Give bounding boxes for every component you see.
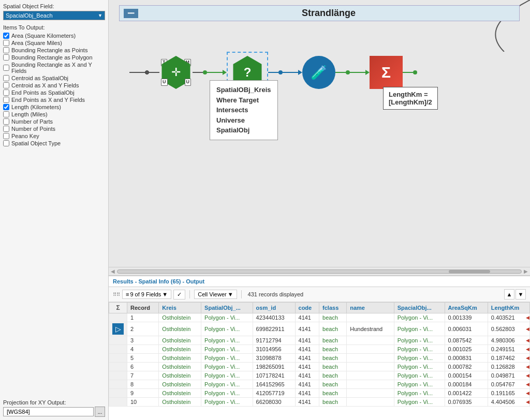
checkbox-label-0: Area (Square Kilometers) bbox=[11, 33, 76, 39]
cell-record: 2 bbox=[127, 322, 159, 336]
table-row[interactable]: 5OstholsteinPolygon - Vi...310988784141b… bbox=[109, 354, 530, 363]
checkbox-item-9[interactable]: Length (Kilometers) bbox=[3, 104, 105, 110]
results-panel: Results - Spatial Info (65) - Output ⠿⠿ … bbox=[109, 275, 530, 420]
cell-area: 0.001339 bbox=[445, 313, 488, 322]
cell-kreis: Ostholstein bbox=[159, 345, 201, 354]
checkbox-item-12[interactable]: Number of Points bbox=[3, 126, 105, 132]
cell-fclass: beach bbox=[319, 363, 347, 371]
cell-spatialobj: Polygon - Vi... bbox=[201, 380, 253, 389]
checkbox-item-4[interactable]: Bounding Rectangle as X and Y Fields bbox=[3, 62, 105, 74]
connector-start bbox=[129, 70, 159, 74]
sum-node[interactable]: Σ bbox=[370, 56, 403, 89]
checkbox-2[interactable] bbox=[3, 47, 9, 53]
cell-kreis: Ostholstein bbox=[159, 322, 201, 336]
connector-3 bbox=[268, 70, 302, 75]
results-table: Σ Record Kreis SpatialObj_... osm_id cod… bbox=[109, 302, 530, 407]
checkbox-3[interactable] bbox=[3, 54, 9, 61]
table-row[interactable]: 7OstholsteinPolygon - Vi...1071782414141… bbox=[109, 371, 530, 380]
checkbox-item-6[interactable]: Centroid as X and Y Fields bbox=[3, 82, 105, 88]
scroll-track[interactable] bbox=[117, 269, 522, 274]
checkbox-8[interactable] bbox=[3, 97, 9, 103]
transform-node-wrapper[interactable]: T M ✛ U U bbox=[159, 56, 193, 89]
checkbox-1[interactable] bbox=[3, 40, 9, 46]
checkbox-item-2[interactable]: Bounding Rectangle as Points bbox=[3, 47, 105, 53]
checkbox-4[interactable] bbox=[3, 65, 9, 71]
drag-handle[interactable]: ⠿⠿ bbox=[113, 292, 120, 297]
checkbox-5[interactable] bbox=[3, 75, 9, 81]
sort-button[interactable]: ✓ bbox=[173, 290, 185, 299]
cell-osmid: 423440133 bbox=[253, 313, 295, 322]
scroll-thumb[interactable] bbox=[449, 270, 490, 273]
cell-code: 4141 bbox=[295, 363, 319, 371]
col-name: name bbox=[347, 303, 394, 313]
checkbox-item-10[interactable]: Length (Miles) bbox=[3, 111, 105, 117]
spatial-field-dropdown[interactable]: SpacialObj_Beach ▼ bbox=[3, 11, 105, 20]
checkbox-item-14[interactable]: Spatial Object Type bbox=[3, 140, 105, 146]
cell-length: 0.187462 bbox=[488, 354, 529, 363]
cell-spatialobj: Polygon - Vi... bbox=[201, 336, 253, 345]
table-row[interactable]: 10OstholsteinPolygon - Vi...662080304141… bbox=[109, 398, 530, 407]
cell-record: 6 bbox=[127, 363, 159, 371]
cell-osmid: 66208030 bbox=[253, 398, 295, 407]
checkbox-label-8: End Points as X and Y Fields bbox=[11, 97, 85, 103]
nav-up-button[interactable]: ▲ bbox=[504, 289, 514, 299]
table-row[interactable]: 3OstholsteinPolygon - Vi...917127944141b… bbox=[109, 336, 530, 345]
checkbox-item-8[interactable]: End Points as X and Y Fields bbox=[3, 97, 105, 103]
checkbox-item-1[interactable]: Area (Square Miles) bbox=[3, 40, 105, 46]
checkbox-13[interactable] bbox=[3, 133, 9, 139]
checkbox-item-0[interactable]: Area (Square Kilometers) bbox=[3, 33, 105, 39]
table-row[interactable]: ▷2OstholsteinPolygon - Vi...699822911414… bbox=[109, 322, 530, 336]
projection-label: Projection for XY Output: bbox=[3, 399, 105, 406]
table-row[interactable]: 9OstholsteinPolygon - Vi...4120577194141… bbox=[109, 389, 530, 398]
nav-buttons: ▲ ▼ bbox=[504, 289, 526, 299]
cell-spacialobj2: Polygon - Vi... bbox=[394, 354, 445, 363]
row-icon-cell bbox=[109, 363, 127, 371]
fields-button[interactable]: ≡ 9 of 9 Fields ▼ bbox=[122, 290, 171, 299]
checkbox-label-4: Bounding Rectangle as X and Y Fields bbox=[11, 62, 105, 74]
checkbox-10[interactable] bbox=[3, 111, 9, 117]
results-toolbar: ⠿⠿ ≡ 9 of 9 Fields ▼ ✓ Cell Viewer ▼ 431… bbox=[109, 287, 530, 302]
cell-name bbox=[347, 336, 394, 345]
checkbox-item-5[interactable]: Centroid as SpatialObj bbox=[3, 75, 105, 81]
table-row[interactable]: 6OstholsteinPolygon - Vi...1982650914141… bbox=[109, 363, 530, 371]
cell-area: 0.006031 bbox=[445, 322, 488, 336]
table-row[interactable]: 1OstholsteinPolygon - Vi...4234401334141… bbox=[109, 313, 530, 322]
checkbox-6[interactable] bbox=[3, 82, 9, 88]
table-row[interactable]: 8OstholsteinPolygon - Vi...1641529654141… bbox=[109, 380, 530, 389]
experiment-node[interactable]: 🧪 bbox=[302, 56, 335, 89]
checkbox-12[interactable] bbox=[3, 126, 9, 132]
cell-spacialobj2: Polygon - Vi... bbox=[394, 363, 445, 371]
projection-settings-button[interactable]: ... bbox=[95, 407, 105, 417]
row-icon-cell bbox=[109, 354, 127, 363]
checkbox-item-11[interactable]: Number of Parts bbox=[3, 118, 105, 125]
circle-connector-2 bbox=[203, 70, 207, 74]
checkbox-item-13[interactable]: Peano Key bbox=[3, 133, 105, 139]
nav-down-button[interactable]: ▼ bbox=[516, 289, 526, 299]
checkbox-9[interactable] bbox=[3, 104, 9, 110]
cell-record: 1 bbox=[127, 313, 159, 322]
line-7 bbox=[335, 72, 346, 73]
cell-kreis: Ostholstein bbox=[159, 363, 201, 371]
checkbox-label-3: Bounding Rectangle as Polygon bbox=[11, 54, 93, 61]
cell-code: 4141 bbox=[295, 371, 319, 380]
cell-viewer-button[interactable]: Cell Viewer ▼ bbox=[194, 290, 237, 299]
checkbox-label-1: Area (Square Miles) bbox=[11, 40, 62, 46]
checkbox-14[interactable] bbox=[3, 140, 9, 146]
cell-osmid: 31014956 bbox=[253, 345, 295, 354]
checkbox-item-3[interactable]: Bounding Rectangle as Polygon bbox=[3, 54, 105, 61]
cell-code: 4141 bbox=[295, 336, 319, 345]
checkbox-item-7[interactable]: End Points as SpatialObj bbox=[3, 89, 105, 96]
row-icon-cell bbox=[109, 389, 127, 398]
checkbox-11[interactable] bbox=[3, 118, 9, 125]
cell-spatialobj: Polygon - Vi... bbox=[201, 371, 253, 380]
cell-osmid: 107178241 bbox=[253, 371, 295, 380]
scroll-area[interactable]: ◀ ▶ bbox=[109, 267, 530, 275]
fields-label: 9 of 9 Fields bbox=[130, 291, 161, 297]
arrow-head-1 bbox=[223, 70, 227, 75]
results-table-container: Σ Record Kreis SpatialObj_... osm_id cod… bbox=[109, 302, 530, 420]
cell-length: 0.191165 bbox=[488, 389, 529, 398]
checkbox-7[interactable] bbox=[3, 89, 9, 96]
row-icon-cell bbox=[109, 371, 127, 380]
checkbox-0[interactable] bbox=[3, 33, 9, 39]
table-row[interactable]: 4OstholsteinPolygon - Vi...310149564141b… bbox=[109, 345, 530, 354]
